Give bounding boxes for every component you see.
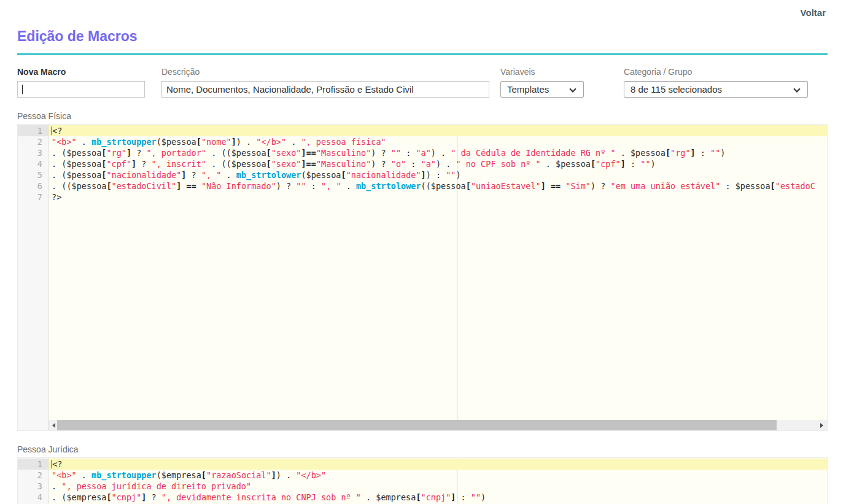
code-line[interactable]: . ($empresa["cnpj"] ? ", devidamente ins… xyxy=(49,492,827,503)
line-number: 6 xyxy=(18,180,48,192)
line-number: 2 xyxy=(18,136,48,147)
code-line[interactable]: "<b>" . mb_strtoupper($pessoa["nome"]) .… xyxy=(49,136,827,147)
code-line[interactable]: . ($pessoa["nacionalidade"] ? ", " . mb_… xyxy=(49,169,827,180)
line-number: 1 xyxy=(18,125,48,136)
line-number: 3 xyxy=(18,147,48,158)
line-number: 5 xyxy=(18,169,48,180)
title-divider xyxy=(17,53,828,55)
code-line[interactable]: "<b>" . mb_strtoupper($empresa["razaoSoc… xyxy=(49,470,827,481)
categoria-field: Categoria / Grupo 8 de 115 selecionados xyxy=(624,67,808,98)
pessoa-fisica-label: Pessoa Física xyxy=(17,111,828,121)
code-line[interactable]: <? xyxy=(49,125,827,136)
code-line[interactable]: . ", pessoa jurídica de direito privado" xyxy=(49,481,827,492)
pessoa-juridica-label: Pessoa Jurídica xyxy=(17,444,828,454)
horizontal-scrollbar[interactable] xyxy=(49,420,827,430)
variaveis-select[interactable]: Templates xyxy=(500,81,584,98)
pessoa-juridica-editor[interactable]: 123456 <?"<b>" . mb_strtoupper($empresa[… xyxy=(17,457,828,504)
back-link[interactable]: Voltar xyxy=(801,7,826,18)
text-caret xyxy=(22,85,23,94)
code-line[interactable]: . ($pessoa["cpf"] ? ", inscrit" . (($pes… xyxy=(49,158,827,169)
code-area[interactable]: <?"<b>" . mb_strtoupper($empresa["razaoS… xyxy=(49,458,827,504)
chevron-down-icon xyxy=(793,85,800,92)
line-number: 2 xyxy=(18,470,48,481)
code-area[interactable]: <?"<b>" . mb_strtoupper($pessoa["nome"])… xyxy=(49,125,827,430)
descricao-field: Descrição xyxy=(161,67,489,98)
code-lines[interactable]: <?"<b>" . mb_strtoupper($pessoa["nome"])… xyxy=(49,125,827,420)
macro-form: Nova Macro Descrição Variaveis Templates… xyxy=(17,67,828,98)
line-number-gutter: 1234567 xyxy=(18,125,49,430)
triangle-left-icon xyxy=(52,423,55,428)
categoria-select[interactable]: 8 de 115 selecionados xyxy=(624,81,808,98)
descricao-input[interactable] xyxy=(161,81,489,98)
page-title: Edição de Macros xyxy=(17,28,828,45)
nova-macro-label: Nova Macro xyxy=(17,67,145,77)
nova-macro-field: Nova Macro xyxy=(17,67,145,98)
line-number: 1 xyxy=(18,459,48,470)
line-number: 7 xyxy=(18,192,48,203)
scrollbar-thumb[interactable] xyxy=(57,420,777,430)
variaveis-selected-value: Templates xyxy=(507,84,549,95)
code-line[interactable]: . ($pessoa["rg"] ? ", portador" . (($pes… xyxy=(49,147,827,158)
page-content: Edição de Macros Nova Macro Descrição Va… xyxy=(0,28,846,504)
code-line[interactable]: <? xyxy=(49,459,827,470)
variaveis-label: Variaveis xyxy=(500,67,584,77)
nova-macro-input[interactable] xyxy=(17,81,145,98)
categoria-label: Categoria / Grupo xyxy=(624,67,808,77)
scroll-right-button[interactable] xyxy=(817,420,827,430)
categoria-selected-value: 8 de 115 selecionados xyxy=(631,84,722,95)
chevron-down-icon xyxy=(569,85,576,92)
line-number: 3 xyxy=(18,481,48,492)
descricao-label: Descrição xyxy=(161,67,489,77)
code-line[interactable]: . (($pessoa["estadoCivil"] == "Não Infor… xyxy=(49,180,827,192)
variaveis-field: Variaveis Templates xyxy=(500,67,584,98)
triangle-right-icon xyxy=(820,423,823,428)
code-line[interactable]: ?> xyxy=(49,192,827,203)
code-lines[interactable]: <?"<b>" . mb_strtoupper($empresa["razaoS… xyxy=(49,458,827,504)
line-number-gutter: 123456 xyxy=(18,458,49,504)
pessoa-fisica-editor[interactable]: 1234567 <?"<b>" . mb_strtoupper($pessoa[… xyxy=(17,124,828,431)
line-number: 4 xyxy=(18,158,48,169)
line-number: 4 xyxy=(18,492,48,503)
